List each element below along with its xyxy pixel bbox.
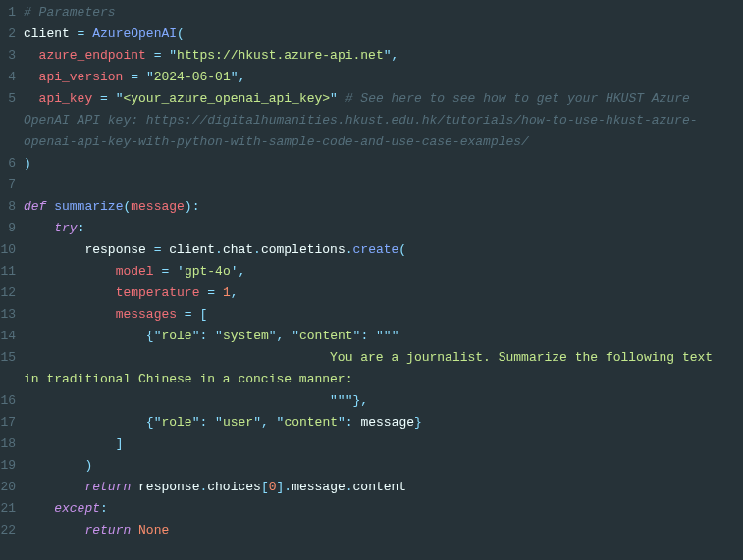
code-line[interactable]: 6) [0, 153, 743, 175]
code-line[interactable]: 1# Parameters [0, 2, 743, 24]
token: try [54, 221, 77, 235]
token: completions [261, 242, 345, 257]
code-content[interactable]: response = client.chat.completions.creat… [24, 239, 743, 261]
token [368, 329, 376, 343]
line-number: 12 [0, 282, 24, 304]
code-editor[interactable]: 1# Parameters2client = AzureOpenAI(3 azu… [0, 2, 743, 541]
code-content[interactable]: except: [24, 498, 743, 520]
token: system [223, 329, 269, 343]
token [24, 415, 146, 430]
token: messages [116, 307, 177, 322]
code-content[interactable]: client = AzureOpenAI( [24, 24, 743, 45]
code-content[interactable]: ] [24, 433, 743, 455]
token: " [384, 48, 392, 63]
code-content[interactable]: api_key = "<your_azure_openai_api_key>" … [24, 88, 743, 153]
token [24, 221, 54, 235]
code-content[interactable]: model = 'gpt-4o', [24, 261, 743, 282]
token: You are a journalist. Summarize the foll… [24, 350, 720, 386]
code-line[interactable]: 10 response = client.chat.completions.cr… [0, 239, 743, 261]
code-line[interactable]: 22 return None [0, 520, 743, 541]
token: = [207, 285, 215, 300]
code-line[interactable]: 11 model = 'gpt-4o', [0, 261, 743, 282]
token [24, 48, 39, 63]
token: response [131, 480, 199, 494]
token [24, 70, 39, 84]
code-line[interactable]: 9 try: [0, 218, 743, 239]
line-number: 14 [0, 326, 24, 347]
code-content[interactable]: {"role": "system", "content": """ [24, 326, 743, 347]
code-content[interactable]: ) [24, 153, 743, 175]
code-line[interactable]: 8def summarize(message): [0, 196, 743, 218]
token [146, 48, 154, 63]
token [24, 501, 54, 516]
line-number: 5 [0, 88, 24, 110]
code-line[interactable]: 16 """}, [0, 390, 743, 412]
token [24, 329, 146, 343]
token: , [239, 70, 246, 84]
line-number: 3 [0, 45, 24, 67]
code-line[interactable]: 21 except: [0, 498, 743, 520]
token [24, 523, 84, 537]
token: def [24, 199, 46, 214]
token: client [161, 242, 215, 257]
token: except [54, 501, 100, 516]
token [24, 480, 84, 494]
token: response [24, 242, 154, 257]
token [108, 91, 116, 106]
token: content [299, 329, 353, 343]
token: ( [177, 26, 185, 41]
code-line[interactable]: 7 [0, 175, 743, 196]
code-content[interactable]: # Parameters [24, 2, 743, 24]
code-line[interactable]: 5 api_key = "<your_azure_openai_api_key>… [0, 88, 743, 153]
token [24, 264, 116, 279]
line-number: 10 [0, 239, 24, 261]
token: " [215, 329, 223, 343]
code-content[interactable]: temperature = 1, [24, 282, 743, 304]
token: , [231, 285, 239, 300]
code-line[interactable]: 19 ) [0, 455, 743, 477]
code-content[interactable]: """}, [24, 390, 743, 412]
token [284, 329, 292, 343]
token [24, 91, 39, 106]
token: ) [24, 156, 31, 171]
code-content[interactable]: return None [24, 520, 743, 541]
code-line[interactable]: 20 return response.choices[0].message.co… [0, 477, 743, 498]
code-line[interactable]: 18 ] [0, 433, 743, 455]
token: , [239, 264, 246, 279]
token: # Parameters [24, 5, 116, 20]
token: api_key [39, 91, 93, 106]
token: None [138, 523, 169, 537]
code-line[interactable]: 15 You are a journalist. Summarize the f… [0, 347, 743, 390]
token: . [345, 242, 353, 257]
code-line[interactable]: 13 messages = [ [0, 304, 743, 326]
token: https://hkust.azure-api.net [177, 48, 384, 63]
token [177, 307, 185, 322]
token: choices [207, 480, 261, 494]
code-content[interactable]: azure_endpoint = "https://hkust.azure-ap… [24, 45, 743, 67]
token: chat [223, 242, 253, 257]
line-number: 1 [0, 2, 24, 24]
token: model [116, 264, 154, 279]
token [24, 436, 116, 451]
line-number: 4 [0, 67, 24, 88]
code-content[interactable]: You are a journalist. Summarize the foll… [24, 347, 743, 390]
code-content[interactable]: try: [24, 218, 743, 239]
code-line[interactable]: 4 api_version = "2024-06-01", [0, 67, 743, 88]
token: , [392, 48, 399, 63]
code-line[interactable]: 2client = AzureOpenAI( [0, 24, 743, 45]
line-number: 19 [0, 455, 24, 477]
code-content[interactable]: return response.choices[0].message.conte… [24, 477, 743, 498]
code-content[interactable]: api_version = "2024-06-01", [24, 67, 743, 88]
code-line[interactable]: 12 temperature = 1, [0, 282, 743, 304]
code-content[interactable]: ) [24, 455, 743, 477]
token [24, 458, 84, 473]
code-line[interactable]: 17 {"role": "user", "content": message} [0, 412, 743, 433]
code-content[interactable]: {"role": "user", "content": message} [24, 412, 743, 433]
code-content[interactable]: messages = [ [24, 304, 743, 326]
token: ] [116, 436, 124, 451]
code-line[interactable]: 3 azure_endpoint = "https://hkust.azure-… [0, 45, 743, 67]
token: content [353, 480, 407, 494]
code-line[interactable]: 14 {"role": "system", "content": """ [0, 326, 743, 347]
code-content[interactable]: def summarize(message): [24, 196, 743, 218]
line-number: 16 [0, 390, 24, 412]
